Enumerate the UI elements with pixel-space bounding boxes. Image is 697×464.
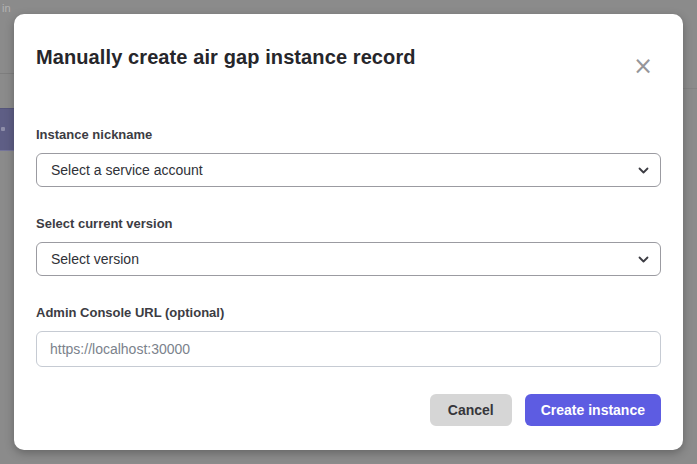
service-account-select-value: Select a service account [51,154,203,186]
current-version-label: Select current version [36,216,661,232]
modal-title: Manually create air gap instance record [36,44,661,70]
admin-console-url-label: Admin Console URL (optional) [36,305,661,321]
field-group-admin-console-url: Admin Console URL (optional) [36,305,661,367]
create-instance-button[interactable]: Create instance [525,394,661,426]
background-divider [0,73,14,74]
modal-form: Instance nickname Select a service accou… [36,127,661,367]
background-text-fragment: in [2,2,11,14]
background-nav-glyph [1,127,5,131]
instance-nickname-label: Instance nickname [36,127,661,143]
close-icon[interactable]: × [631,54,655,78]
chevron-down-icon [638,165,649,176]
create-air-gap-instance-modal: Manually create air gap instance record … [14,14,683,450]
modal-footer: Cancel Create instance [36,394,661,426]
background-selected-nav-row [0,108,14,151]
background-divider [683,88,697,89]
field-group-current-version: Select current version Select version [36,216,661,276]
version-select-value: Select version [51,243,139,275]
version-select[interactable]: Select version [36,242,661,276]
chevron-down-icon [638,254,649,265]
service-account-select[interactable]: Select a service account [36,153,661,187]
field-group-instance-nickname: Instance nickname Select a service accou… [36,127,661,187]
admin-console-url-input[interactable] [36,331,661,367]
cancel-button[interactable]: Cancel [430,394,512,426]
